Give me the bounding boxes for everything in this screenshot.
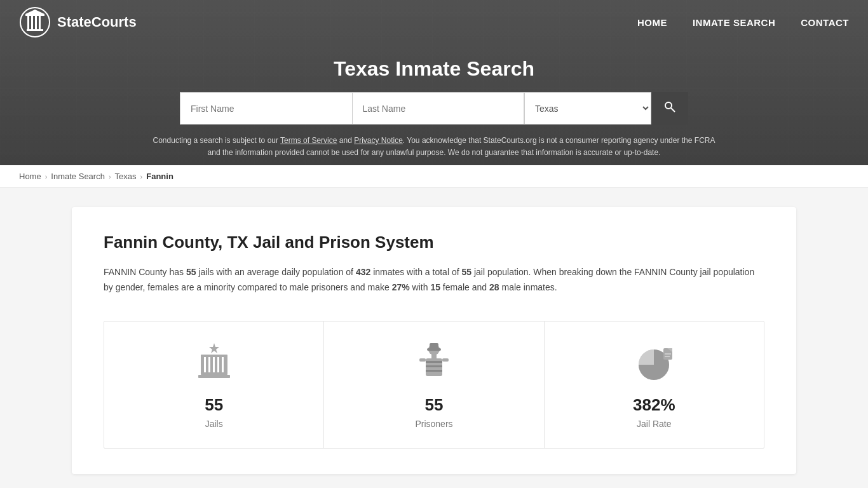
svg-line-9: [671, 108, 675, 112]
stat-jails: 55 Jails: [104, 322, 324, 448]
logo-icon: [19, 6, 51, 38]
svg-rect-25: [419, 358, 426, 362]
svg-rect-2: [25, 14, 44, 16]
jail-icon: [192, 341, 236, 385]
breadcrumb-inmate-search[interactable]: Inmate Search: [51, 172, 105, 181]
navbar: StateCourts HOME INMATE SEARCH CONTACT: [0, 0, 868, 44]
jail-building-icon: [192, 341, 236, 385]
last-name-input[interactable]: [352, 92, 525, 125]
nav-inmate-search[interactable]: INMATE SEARCH: [693, 17, 775, 28]
header: StateCourts HOME INMATE SEARCH CONTACT T…: [0, 0, 868, 165]
breadcrumb-sep-2: ›: [109, 173, 111, 180]
hero-section: Texas Inmate Search Select State Alabama…: [0, 44, 868, 165]
svg-rect-15: [217, 357, 219, 372]
breadcrumb-current: Fannin: [146, 172, 173, 181]
svg-rect-5: [35, 16, 37, 29]
logo-text: StateCourts: [57, 14, 137, 30]
female-pct-inline: 27%: [392, 282, 410, 292]
svg-marker-10: [209, 343, 219, 353]
svg-rect-14: [213, 357, 215, 372]
search-button[interactable]: [651, 92, 688, 125]
svg-rect-1: [27, 29, 43, 31]
breadcrumb-home[interactable]: Home: [19, 172, 41, 181]
state-select[interactable]: Select State Alabama Alaska Arizona Texa…: [524, 92, 651, 125]
terms-link[interactable]: Terms of Service: [280, 136, 337, 145]
breadcrumb-state[interactable]: Texas: [115, 172, 137, 181]
prisoners-label: Prisoners: [415, 419, 452, 429]
prisoner-icon: [412, 341, 456, 385]
svg-rect-6: [39, 16, 41, 29]
svg-point-8: [665, 102, 672, 109]
nav-links: HOME INMATE SEARCH CONTACT: [637, 17, 849, 28]
male-count-inline: 28: [489, 282, 499, 292]
jail-rate-value: 382%: [633, 395, 675, 415]
content-card: Fannin County, TX Jail and Prison System…: [72, 207, 796, 474]
jails-inline: 55: [186, 267, 196, 277]
search-bar: Select State Alabama Alaska Arizona Texa…: [180, 92, 688, 125]
svg-rect-12: [204, 357, 206, 372]
breadcrumb: Home › Inmate Search › Texas › Fannin: [0, 165, 868, 188]
disclaimer-text: Conducting a search is subject to our Te…: [148, 135, 720, 159]
svg-rect-4: [31, 16, 33, 29]
hero-title: Texas Inmate Search: [13, 57, 855, 81]
nav-home[interactable]: HOME: [637, 17, 667, 28]
svg-rect-13: [208, 357, 210, 372]
total-jails-inline: 55: [461, 267, 471, 277]
svg-rect-24: [426, 370, 442, 372]
svg-rect-27: [431, 355, 437, 360]
stats-row: 55 Jails: [104, 321, 764, 449]
jails-label: Jails: [205, 419, 223, 429]
logo-link[interactable]: StateCourts: [19, 6, 137, 38]
prisoner-figure-icon: [412, 341, 456, 385]
svg-marker-7: [25, 10, 44, 14]
stat-jail-rate: 382% Jail Rate: [545, 322, 764, 448]
breadcrumb-sep-3: ›: [140, 173, 143, 180]
main-content: Fannin County, TX Jail and Prison System…: [53, 207, 815, 474]
svg-rect-32: [665, 356, 670, 357]
privacy-link[interactable]: Privacy Notice: [354, 136, 403, 145]
svg-rect-26: [442, 358, 449, 362]
svg-rect-20: [430, 343, 438, 349]
jail-rate-icon: [632, 341, 676, 385]
prisoners-value: 55: [425, 395, 444, 415]
female-count-inline: 15: [430, 282, 440, 292]
breadcrumb-sep-1: ›: [45, 173, 48, 180]
svg-rect-3: [27, 16, 29, 29]
search-icon: [663, 100, 676, 113]
svg-rect-22: [426, 361, 442, 363]
avg-daily-inline: 432: [356, 267, 370, 277]
first-name-input[interactable]: [180, 92, 352, 125]
stat-prisoners: 55 Prisoners: [324, 322, 544, 448]
svg-rect-17: [198, 375, 230, 378]
svg-rect-31: [665, 353, 671, 355]
jail-rate-label: Jail Rate: [637, 419, 671, 429]
content-description: FANNIN County has 55 jails with an avera…: [104, 265, 764, 295]
svg-rect-23: [426, 365, 442, 367]
content-title: Fannin County, TX Jail and Prison System: [104, 233, 764, 252]
jails-value: 55: [205, 395, 223, 415]
pie-chart-icon: [632, 341, 676, 385]
svg-rect-16: [222, 357, 224, 372]
nav-contact[interactable]: CONTACT: [801, 17, 849, 28]
